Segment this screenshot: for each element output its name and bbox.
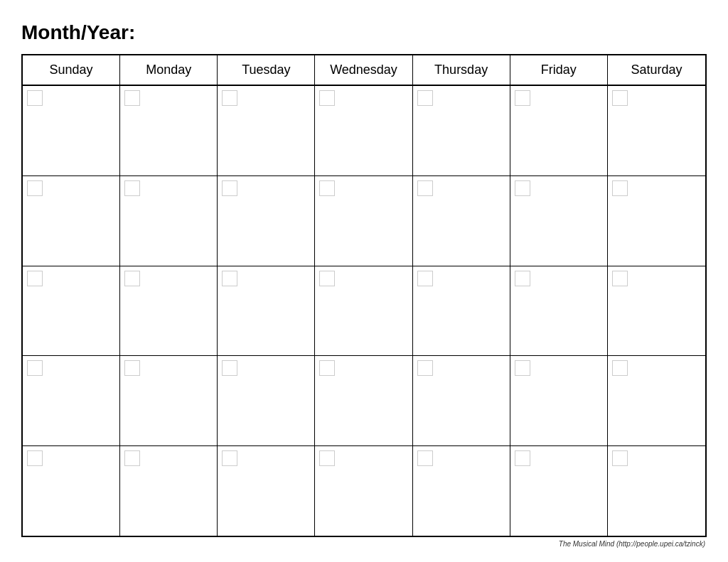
date-number-box: [222, 90, 237, 106]
date-number-box: [417, 271, 433, 286]
calendar-cell[interactable]: [315, 86, 412, 175]
calendar-cell[interactable]: [120, 266, 218, 356]
calendar-row: [23, 356, 705, 446]
calendar-cell[interactable]: [608, 176, 705, 266]
calendar-cell[interactable]: [413, 446, 510, 536]
calendar-cell[interactable]: [608, 86, 705, 175]
calendar-cell[interactable]: [510, 176, 608, 266]
date-number-box: [612, 180, 628, 196]
header-day-wednesday: Wednesday: [315, 55, 412, 85]
calendar-row: [23, 446, 705, 536]
date-number-box: [124, 271, 140, 286]
calendar-cell[interactable]: [120, 446, 218, 536]
date-number-box: [27, 360, 43, 376]
calendar-cell[interactable]: [510, 86, 608, 175]
date-number-box: [417, 90, 433, 106]
calendar-row: [23, 176, 705, 266]
footer-credit: The Musical Mind (http://people.upei.ca/…: [21, 540, 707, 548]
date-number-box: [515, 90, 530, 106]
calendar-cell[interactable]: [23, 446, 120, 536]
calendar-cell[interactable]: [608, 446, 705, 536]
date-number-box: [319, 360, 335, 376]
calendar-cell[interactable]: [218, 266, 315, 356]
date-number-box: [222, 180, 237, 196]
date-number-box: [27, 180, 43, 196]
date-number-box: [124, 90, 140, 106]
calendar-cell[interactable]: [218, 176, 315, 266]
calendar-cell[interactable]: [510, 446, 608, 536]
calendar-cell[interactable]: [120, 86, 218, 175]
month-year-label[interactable]: Month/Year:: [21, 21, 707, 44]
date-number-box: [417, 180, 433, 196]
calendar-cell[interactable]: [120, 356, 218, 445]
calendar-cell[interactable]: [608, 266, 705, 356]
header-day-sunday: Sunday: [23, 55, 120, 85]
header-day-tuesday: Tuesday: [218, 55, 315, 85]
calendar-cell[interactable]: [315, 356, 412, 445]
calendar-cell[interactable]: [510, 266, 608, 356]
calendar-cell[interactable]: [218, 446, 315, 536]
calendar-cell[interactable]: [23, 266, 120, 356]
calendar-cell[interactable]: [510, 356, 608, 445]
date-number-box: [27, 450, 43, 466]
calendar-cell[interactable]: [413, 176, 510, 266]
date-number-box: [417, 450, 433, 466]
calendar: SundayMondayTuesdayWednesdayThursdayFrid…: [21, 54, 707, 537]
date-number-box: [222, 450, 237, 466]
calendar-row: [23, 86, 705, 176]
date-number-box: [124, 360, 140, 376]
calendar-header: SundayMondayTuesdayWednesdayThursdayFrid…: [23, 55, 705, 86]
date-number-box: [319, 180, 335, 196]
date-number-box: [222, 360, 237, 376]
calendar-cell[interactable]: [608, 356, 705, 445]
date-number-box: [27, 271, 43, 286]
calendar-body: [23, 86, 705, 536]
header-day-friday: Friday: [510, 55, 608, 85]
date-number-box: [612, 450, 628, 466]
header-day-monday: Monday: [120, 55, 218, 85]
date-number-box: [612, 271, 628, 286]
date-number-box: [124, 180, 140, 196]
date-number-box: [612, 90, 628, 106]
date-number-box: [319, 90, 335, 106]
date-number-box: [417, 360, 433, 376]
header-day-thursday: Thursday: [413, 55, 510, 85]
date-number-box: [612, 360, 628, 376]
date-number-box: [515, 360, 530, 376]
calendar-cell[interactable]: [218, 356, 315, 445]
calendar-cell[interactable]: [23, 86, 120, 175]
date-number-box: [515, 180, 530, 196]
date-number-box: [124, 450, 140, 466]
calendar-cell[interactable]: [120, 176, 218, 266]
calendar-cell[interactable]: [218, 86, 315, 175]
calendar-cell[interactable]: [413, 266, 510, 356]
calendar-cell[interactable]: [315, 176, 412, 266]
date-number-box: [319, 450, 335, 466]
date-number-box: [222, 271, 237, 286]
calendar-cell[interactable]: [23, 176, 120, 266]
calendar-cell[interactable]: [315, 446, 412, 536]
calendar-cell[interactable]: [413, 356, 510, 445]
date-number-box: [27, 90, 43, 106]
date-number-box: [515, 271, 530, 286]
date-number-box: [319, 271, 335, 286]
header-day-saturday: Saturday: [608, 55, 705, 85]
calendar-wrapper: SundayMondayTuesdayWednesdayThursdayFrid…: [21, 54, 707, 537]
page: Month/Year: SundayMondayTuesdayWednesday…: [0, 0, 728, 562]
calendar-cell[interactable]: [413, 86, 510, 175]
calendar-cell[interactable]: [23, 356, 120, 445]
date-number-box: [515, 450, 530, 466]
calendar-row: [23, 266, 705, 357]
calendar-cell[interactable]: [315, 266, 412, 356]
